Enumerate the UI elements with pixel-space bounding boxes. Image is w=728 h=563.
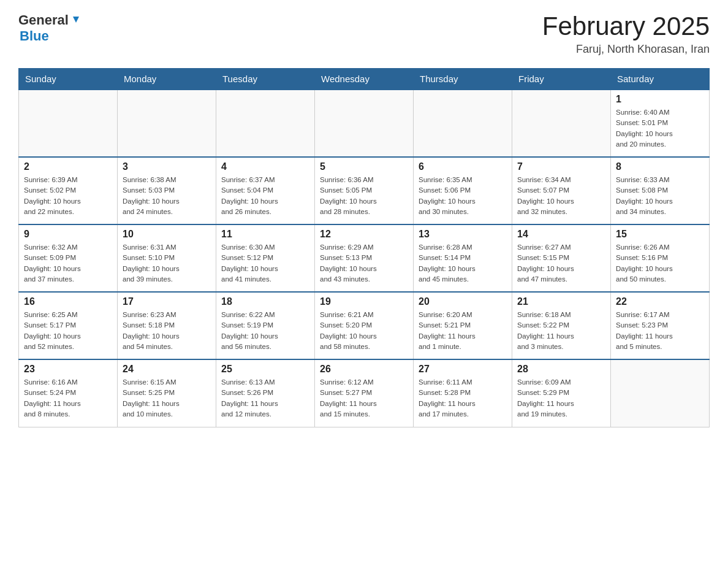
calendar-cell: 2Sunrise: 6:39 AM Sunset: 5:02 PM Daylig… — [19, 157, 118, 224]
calendar-cell — [19, 90, 118, 157]
calendar-cell: 20Sunrise: 6:20 AM Sunset: 5:21 PM Dayli… — [414, 292, 512, 359]
day-info: Sunrise: 6:25 AM Sunset: 5:17 PM Dayligh… — [24, 310, 112, 352]
calendar-cell: 21Sunrise: 6:18 AM Sunset: 5:22 PM Dayli… — [512, 292, 611, 359]
day-info: Sunrise: 6:28 AM Sunset: 5:14 PM Dayligh… — [419, 242, 507, 285]
day-number: 25 — [221, 364, 309, 375]
day-number: 22 — [616, 296, 704, 307]
day-number: 20 — [419, 296, 507, 307]
day-info: Sunrise: 6:20 AM Sunset: 5:21 PM Dayligh… — [419, 310, 507, 352]
day-info: Sunrise: 6:16 AM Sunset: 5:24 PM Dayligh… — [24, 377, 112, 419]
day-number: 27 — [419, 364, 507, 375]
day-info: Sunrise: 6:39 AM Sunset: 5:02 PM Dayligh… — [24, 175, 112, 217]
location-title: Faruj, North Khorasan, Iran — [542, 43, 710, 56]
calendar-cell: 3Sunrise: 6:38 AM Sunset: 5:03 PM Daylig… — [118, 157, 216, 224]
week-row-5: 23Sunrise: 6:16 AM Sunset: 5:24 PM Dayli… — [19, 359, 710, 427]
day-number: 24 — [123, 364, 211, 375]
logo-general-text: General — [18, 12, 69, 28]
day-info: Sunrise: 6:21 AM Sunset: 5:20 PM Dayligh… — [320, 310, 408, 352]
calendar-cell: 22Sunrise: 6:17 AM Sunset: 5:23 PM Dayli… — [611, 292, 710, 359]
day-number: 8 — [616, 161, 704, 172]
calendar-cell: 17Sunrise: 6:23 AM Sunset: 5:18 PM Dayli… — [118, 292, 216, 359]
day-number: 12 — [320, 229, 408, 240]
logo-arrow-icon — [69, 14, 83, 28]
day-number: 4 — [221, 161, 309, 172]
day-info: Sunrise: 6:32 AM Sunset: 5:09 PM Dayligh… — [24, 242, 112, 285]
day-number: 6 — [419, 161, 507, 172]
calendar-cell: 5Sunrise: 6:36 AM Sunset: 5:05 PM Daylig… — [315, 157, 414, 224]
day-number: 14 — [517, 229, 605, 240]
calendar-cell: 1Sunrise: 6:40 AM Sunset: 5:01 PM Daylig… — [611, 90, 710, 157]
calendar-cell: 7Sunrise: 6:34 AM Sunset: 5:07 PM Daylig… — [512, 157, 611, 224]
calendar-cell: 9Sunrise: 6:32 AM Sunset: 5:09 PM Daylig… — [19, 224, 118, 292]
day-number: 16 — [24, 296, 112, 307]
calendar-cell: 4Sunrise: 6:37 AM Sunset: 5:04 PM Daylig… — [216, 157, 315, 224]
day-number: 3 — [123, 161, 211, 172]
day-number: 13 — [419, 229, 507, 240]
calendar-cell — [216, 90, 315, 157]
calendar-cell: 27Sunrise: 6:11 AM Sunset: 5:28 PM Dayli… — [414, 359, 512, 427]
day-info: Sunrise: 6:22 AM Sunset: 5:19 PM Dayligh… — [221, 310, 309, 352]
day-info: Sunrise: 6:23 AM Sunset: 5:18 PM Dayligh… — [123, 310, 211, 352]
day-number: 2 — [24, 161, 112, 172]
calendar-cell — [414, 90, 512, 157]
week-row-4: 16Sunrise: 6:25 AM Sunset: 5:17 PM Dayli… — [19, 292, 710, 359]
calendar-cell — [512, 90, 611, 157]
week-row-1: 1Sunrise: 6:40 AM Sunset: 5:01 PM Daylig… — [19, 90, 710, 157]
logo: General Blue — [18, 12, 83, 44]
day-info: Sunrise: 6:11 AM Sunset: 5:28 PM Dayligh… — [419, 377, 507, 419]
day-info: Sunrise: 6:12 AM Sunset: 5:27 PM Dayligh… — [320, 377, 408, 419]
calendar-cell: 28Sunrise: 6:09 AM Sunset: 5:29 PM Dayli… — [512, 359, 611, 427]
day-number: 21 — [517, 296, 605, 307]
weekday-header-thursday: Thursday — [414, 69, 512, 90]
calendar-cell: 15Sunrise: 6:26 AM Sunset: 5:16 PM Dayli… — [611, 224, 710, 292]
weekday-header-row: SundayMondayTuesdayWednesdayThursdayFrid… — [19, 69, 710, 90]
day-info: Sunrise: 6:34 AM Sunset: 5:07 PM Dayligh… — [517, 175, 605, 217]
calendar-cell: 11Sunrise: 6:30 AM Sunset: 5:12 PM Dayli… — [216, 224, 315, 292]
day-info: Sunrise: 6:15 AM Sunset: 5:25 PM Dayligh… — [123, 377, 211, 419]
weekday-header-tuesday: Tuesday — [216, 69, 315, 90]
day-info: Sunrise: 6:40 AM Sunset: 5:01 PM Dayligh… — [616, 107, 704, 150]
day-info: Sunrise: 6:38 AM Sunset: 5:03 PM Dayligh… — [123, 175, 211, 217]
day-info: Sunrise: 6:26 AM Sunset: 5:16 PM Dayligh… — [616, 242, 704, 285]
weekday-header-friday: Friday — [512, 69, 611, 90]
day-number: 17 — [123, 296, 211, 307]
calendar-cell: 23Sunrise: 6:16 AM Sunset: 5:24 PM Dayli… — [19, 359, 118, 427]
calendar-cell — [315, 90, 414, 157]
calendar-cell: 12Sunrise: 6:29 AM Sunset: 5:13 PM Dayli… — [315, 224, 414, 292]
day-info: Sunrise: 6:17 AM Sunset: 5:23 PM Dayligh… — [616, 310, 704, 352]
calendar-cell: 16Sunrise: 6:25 AM Sunset: 5:17 PM Dayli… — [19, 292, 118, 359]
logo-blue-text: Blue — [20, 28, 49, 44]
day-info: Sunrise: 6:29 AM Sunset: 5:13 PM Dayligh… — [320, 242, 408, 285]
weekday-header-sunday: Sunday — [19, 69, 118, 90]
day-info: Sunrise: 6:09 AM Sunset: 5:29 PM Dayligh… — [517, 377, 605, 419]
day-info: Sunrise: 6:37 AM Sunset: 5:04 PM Dayligh… — [221, 175, 309, 217]
calendar-cell — [611, 359, 710, 427]
calendar-cell: 14Sunrise: 6:27 AM Sunset: 5:15 PM Dayli… — [512, 224, 611, 292]
day-number: 7 — [517, 161, 605, 172]
calendar-cell: 13Sunrise: 6:28 AM Sunset: 5:14 PM Dayli… — [414, 224, 512, 292]
day-number: 9 — [24, 229, 112, 240]
title-block: February 2025 Faruj, North Khorasan, Ira… — [542, 12, 710, 56]
calendar-cell: 6Sunrise: 6:35 AM Sunset: 5:06 PM Daylig… — [414, 157, 512, 224]
calendar-cell: 8Sunrise: 6:33 AM Sunset: 5:08 PM Daylig… — [611, 157, 710, 224]
svg-marker-0 — [73, 17, 79, 23]
weekday-header-saturday: Saturday — [611, 69, 710, 90]
day-number: 5 — [320, 161, 408, 172]
day-number: 19 — [320, 296, 408, 307]
day-number: 10 — [123, 229, 211, 240]
weekday-header-wednesday: Wednesday — [315, 69, 414, 90]
month-title: February 2025 — [542, 12, 710, 40]
week-row-2: 2Sunrise: 6:39 AM Sunset: 5:02 PM Daylig… — [19, 157, 710, 224]
day-number: 28 — [517, 364, 605, 375]
day-number: 18 — [221, 296, 309, 307]
day-number: 1 — [616, 94, 704, 105]
day-info: Sunrise: 6:33 AM Sunset: 5:08 PM Dayligh… — [616, 175, 704, 217]
calendar-cell: 26Sunrise: 6:12 AM Sunset: 5:27 PM Dayli… — [315, 359, 414, 427]
day-info: Sunrise: 6:13 AM Sunset: 5:26 PM Dayligh… — [221, 377, 309, 419]
calendar-cell: 19Sunrise: 6:21 AM Sunset: 5:20 PM Dayli… — [315, 292, 414, 359]
week-row-3: 9Sunrise: 6:32 AM Sunset: 5:09 PM Daylig… — [19, 224, 710, 292]
day-info: Sunrise: 6:31 AM Sunset: 5:10 PM Dayligh… — [123, 242, 211, 285]
page-header: General Blue February 2025 Faruj, North … — [18, 12, 710, 56]
calendar-cell: 18Sunrise: 6:22 AM Sunset: 5:19 PM Dayli… — [216, 292, 315, 359]
day-info: Sunrise: 6:35 AM Sunset: 5:06 PM Dayligh… — [419, 175, 507, 217]
